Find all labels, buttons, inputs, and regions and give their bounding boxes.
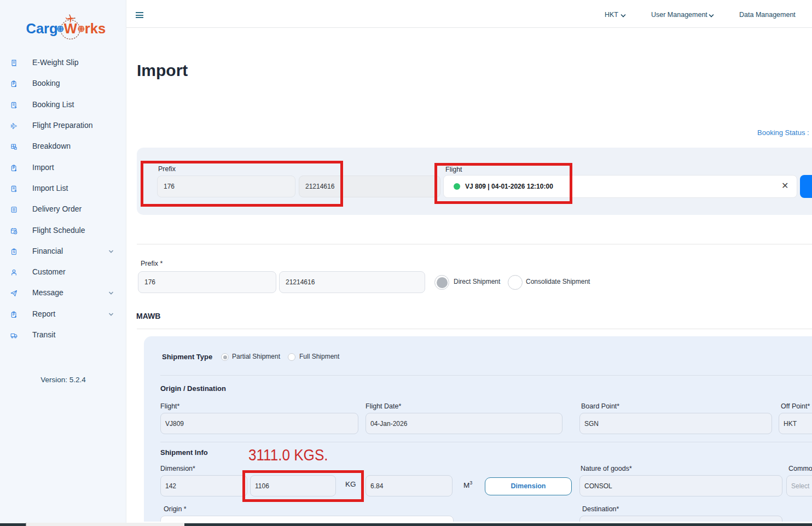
svg-text:$: $ — [13, 250, 15, 254]
svg-text:W: W — [64, 21, 78, 36]
svg-text:Carg: Carg — [26, 21, 58, 36]
svg-text:rks: rks — [85, 21, 106, 36]
